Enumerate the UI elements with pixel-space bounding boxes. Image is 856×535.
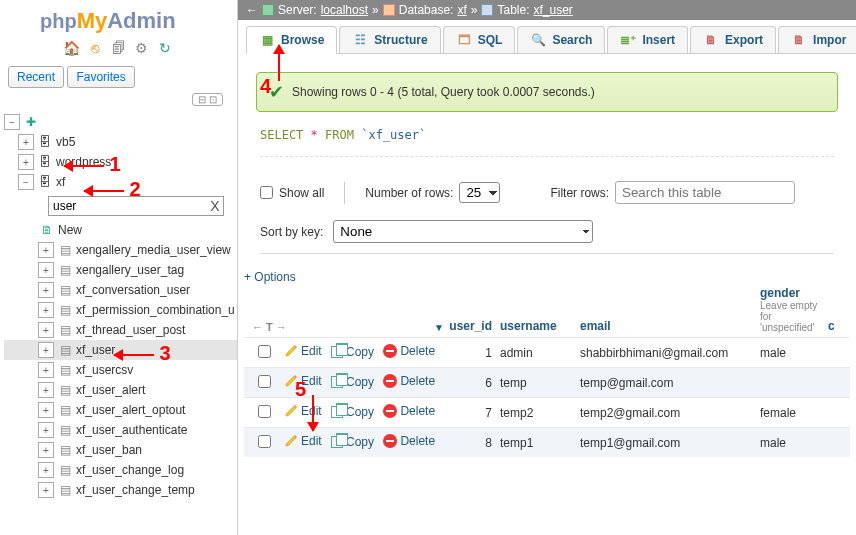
tree-table-xengallery_user_tag[interactable]: + ▤ xengallery_user_tag (4, 260, 237, 280)
plus-icon[interactable]: + (38, 422, 54, 438)
tree-db-xf[interactable]: − 🗄 xf (4, 172, 237, 192)
tree-table-xf_user_authenticate[interactable]: + ▤ xf_user_authenticate (4, 420, 237, 440)
export-icon: 🗎 (703, 32, 719, 48)
header-email[interactable]: email (580, 319, 760, 333)
bc-db[interactable]: xf (457, 3, 466, 17)
plus-icon[interactable]: + (38, 482, 54, 498)
plus-icon[interactable]: + (38, 402, 54, 418)
docs-icon[interactable]: 🗐 (110, 40, 128, 56)
tree-table-xf_user_change_log[interactable]: + ▤ xf_user_change_log (4, 460, 237, 480)
plus-icon[interactable]: + (18, 154, 34, 170)
num-rows-select[interactable]: 25 (459, 182, 500, 203)
row-checkbox[interactable] (258, 435, 271, 448)
tree-db-vb5[interactable]: + 🗄 vb5 (4, 132, 237, 152)
tab-browse[interactable]: ▦Browse (246, 26, 337, 54)
plus-icon[interactable]: + (38, 262, 54, 278)
cell-user-id: 1 (444, 346, 500, 360)
tab-import[interactable]: 🗎Impor (778, 26, 856, 53)
tree-new[interactable]: − ✚ (4, 112, 237, 132)
edit-link[interactable]: Edit (284, 404, 322, 418)
show-all-checkbox[interactable] (260, 186, 273, 199)
tab-structure[interactable]: ☷Structure (339, 26, 440, 53)
header-username[interactable]: username (500, 319, 580, 333)
delete-link[interactable]: Delete (383, 404, 435, 418)
delete-link[interactable]: Delete (383, 434, 435, 448)
sort-arrows-icon[interactable]: ← T → (252, 321, 287, 333)
header-gender[interactable]: gender (760, 286, 820, 300)
recent-button[interactable]: Recent (8, 66, 64, 88)
sort-caret-icon[interactable]: ▼ (434, 322, 444, 333)
reload-icon[interactable]: ↻ (156, 40, 174, 56)
table-filter[interactable]: X (48, 196, 224, 216)
copy-icon (331, 436, 343, 448)
edit-link[interactable]: Edit (284, 434, 322, 448)
copy-link[interactable]: Copy (331, 435, 374, 449)
tree-table-xf_user_alert[interactable]: + ▤ xf_user_alert (4, 380, 237, 400)
minus-icon[interactable]: − (18, 174, 34, 190)
tab-export[interactable]: 🗎Export (690, 26, 776, 53)
tree-label: New (56, 223, 82, 237)
tree-label: xf_user (74, 343, 115, 357)
tree-table-xf_user_alert_optout[interactable]: + ▤ xf_user_alert_optout (4, 400, 237, 420)
clear-filter-icon[interactable]: X (207, 198, 223, 214)
options-toggle[interactable]: + Options (244, 270, 856, 284)
tree-table-xf_permission_combination_u[interactable]: + ▤ xf_permission_combination_u (4, 300, 237, 320)
tree-table-xf_usercsv[interactable]: + ▤ xf_usercsv (4, 360, 237, 380)
cell-gender: female (760, 406, 820, 420)
row-checkbox[interactable] (258, 405, 271, 418)
copy-icon (331, 376, 343, 388)
tab-insert[interactable]: ≣⁺Insert (607, 26, 688, 53)
show-all-label: Show all (279, 186, 324, 200)
plus-icon[interactable]: + (38, 242, 54, 258)
collapse-button[interactable]: ⊟ ⊡ (192, 93, 223, 106)
favorites-button[interactable]: Favorites (67, 66, 134, 88)
home-icon[interactable]: 🏠 (63, 40, 81, 56)
plus-icon[interactable]: + (38, 282, 54, 298)
row-checkbox[interactable] (258, 375, 271, 388)
bc-table[interactable]: xf_user (534, 3, 573, 17)
header-c[interactable]: c (820, 319, 835, 333)
plus-icon[interactable]: + (38, 362, 54, 378)
plus-icon[interactable]: + (38, 342, 54, 358)
settings-icon[interactable]: ⚙ (133, 40, 151, 56)
copy-icon (331, 346, 343, 358)
logout-icon[interactable]: ⎋ (86, 40, 104, 56)
minus-icon[interactable]: − (4, 114, 20, 130)
table-icon: ▤ (56, 403, 74, 417)
plus-icon[interactable]: + (38, 322, 54, 338)
tree-table-xf_thread_user_post[interactable]: + ▤ xf_thread_user_post (4, 320, 237, 340)
header-user-id[interactable]: user_id (444, 319, 500, 333)
plus-icon[interactable]: + (38, 462, 54, 478)
copy-link[interactable]: Copy (331, 375, 374, 389)
plus-icon[interactable]: + (38, 382, 54, 398)
sql-icon: 🗔 (456, 32, 472, 48)
edit-link[interactable]: Edit (284, 374, 322, 388)
row-checkbox[interactable] (258, 345, 271, 358)
edit-link[interactable]: Edit (284, 344, 322, 358)
plus-icon[interactable]: + (18, 134, 34, 150)
delete-link[interactable]: Delete (383, 344, 435, 358)
tab-search[interactable]: 🔍Search (517, 26, 605, 53)
copy-link[interactable]: Copy (331, 405, 374, 419)
bc-server[interactable]: localhost (321, 3, 368, 17)
sort-select[interactable]: None (333, 220, 593, 243)
tree-table-xf_user_ban[interactable]: + ▤ xf_user_ban (4, 440, 237, 460)
table-row: Edit Copy Delete 1 admin shabbirbhimani@… (244, 337, 850, 367)
tab-sql[interactable]: 🗔SQL (443, 26, 516, 53)
bc-server-label: Server: (278, 3, 317, 17)
copy-link[interactable]: Copy (331, 345, 374, 359)
table-icon: ▤ (56, 343, 74, 357)
delete-link[interactable]: Delete (383, 374, 435, 388)
tree-new-table[interactable]: 🗎 New (4, 220, 237, 240)
tree-table-xf_user_change_temp[interactable]: + ▤ xf_user_change_temp (4, 480, 237, 500)
filter-rows-input[interactable] (615, 181, 795, 204)
plus-icon[interactable]: + (38, 442, 54, 458)
cell-user-id: 6 (444, 376, 500, 390)
tree-table-xf_user[interactable]: + ▤ xf_user (4, 340, 237, 360)
plus-icon[interactable]: + (38, 302, 54, 318)
tree-db-wordpress[interactable]: + 🗄 wordpress (4, 152, 237, 172)
tree-table-xengallery_media_user_view[interactable]: + ▤ xengallery_media_user_view (4, 240, 237, 260)
tree-label: xf_thread_user_post (74, 323, 185, 337)
table-filter-input[interactable] (49, 197, 207, 215)
tree-table-xf_conversation_user[interactable]: + ▤ xf_conversation_user (4, 280, 237, 300)
